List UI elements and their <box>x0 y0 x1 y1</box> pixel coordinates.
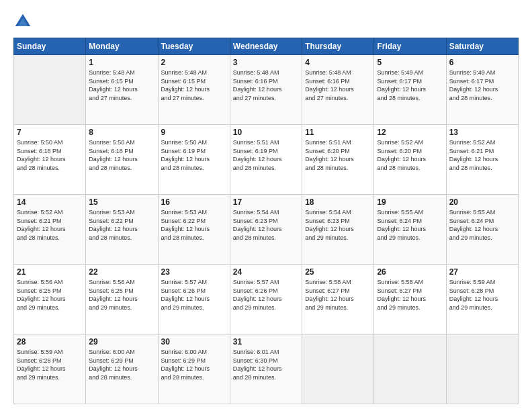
day-number: 22 <box>89 267 154 277</box>
day-number: 14 <box>17 197 83 207</box>
calendar-cell <box>302 334 374 404</box>
col-header-monday: Monday <box>86 38 158 55</box>
calendar-table: SundayMondayTuesdayWednesdayThursdayFrid… <box>13 38 519 404</box>
day-info: Sunrise: 5:56 AM Sunset: 6:25 PM Dayligh… <box>17 278 83 312</box>
day-info: Sunrise: 5:53 AM Sunset: 6:22 PM Dayligh… <box>89 208 154 242</box>
calendar-cell: 21Sunrise: 5:56 AM Sunset: 6:25 PM Dayli… <box>14 265 86 334</box>
col-header-friday: Friday <box>374 38 446 55</box>
calendar-cell: 6Sunrise: 5:49 AM Sunset: 6:17 PM Daylig… <box>446 55 518 125</box>
calendar-cell: 13Sunrise: 5:52 AM Sunset: 6:21 PM Dayli… <box>446 125 518 195</box>
calendar-cell: 29Sunrise: 6:00 AM Sunset: 6:29 PM Dayli… <box>86 334 158 404</box>
day-info: Sunrise: 5:57 AM Sunset: 6:26 PM Dayligh… <box>233 278 299 312</box>
calendar-cell <box>446 334 518 404</box>
day-info: Sunrise: 5:58 AM Sunset: 6:27 PM Dayligh… <box>305 278 371 312</box>
day-number: 23 <box>161 267 227 277</box>
calendar-week-2: 7Sunrise: 5:50 AM Sunset: 6:18 PM Daylig… <box>14 125 519 195</box>
day-number: 24 <box>233 267 299 277</box>
day-number: 31 <box>233 337 299 347</box>
day-number: 6 <box>449 58 515 67</box>
day-number: 10 <box>233 128 299 137</box>
day-number: 9 <box>161 128 227 137</box>
calendar-cell: 11Sunrise: 5:51 AM Sunset: 6:20 PM Dayli… <box>302 125 374 195</box>
day-info: Sunrise: 6:00 AM Sunset: 6:29 PM Dayligh… <box>89 348 154 381</box>
page: SundayMondayTuesdayWednesdayThursdayFrid… <box>0 0 532 411</box>
day-number: 25 <box>305 267 371 277</box>
day-number: 19 <box>377 197 443 207</box>
day-number: 15 <box>89 197 154 207</box>
day-number: 13 <box>449 128 515 137</box>
calendar-cell: 3Sunrise: 5:48 AM Sunset: 6:16 PM Daylig… <box>230 55 302 125</box>
calendar-cell: 22Sunrise: 5:56 AM Sunset: 6:25 PM Dayli… <box>86 265 158 334</box>
day-number: 5 <box>377 58 443 67</box>
day-info: Sunrise: 5:50 AM Sunset: 6:18 PM Dayligh… <box>17 138 83 172</box>
day-info: Sunrise: 5:57 AM Sunset: 6:26 PM Dayligh… <box>161 278 227 312</box>
day-number: 29 <box>89 337 154 347</box>
calendar-cell: 27Sunrise: 5:59 AM Sunset: 6:28 PM Dayli… <box>446 265 518 334</box>
calendar-cell: 7Sunrise: 5:50 AM Sunset: 6:18 PM Daylig… <box>14 125 86 195</box>
header <box>13 12 519 31</box>
col-header-saturday: Saturday <box>446 38 518 55</box>
calendar-week-4: 21Sunrise: 5:56 AM Sunset: 6:25 PM Dayli… <box>14 265 519 334</box>
calendar-cell: 1Sunrise: 5:48 AM Sunset: 6:15 PM Daylig… <box>86 55 158 125</box>
day-info: Sunrise: 5:52 AM Sunset: 6:20 PM Dayligh… <box>377 138 443 172</box>
calendar-cell: 30Sunrise: 6:00 AM Sunset: 6:29 PM Dayli… <box>158 334 230 404</box>
calendar-cell: 31Sunrise: 6:01 AM Sunset: 6:30 PM Dayli… <box>230 334 302 404</box>
day-info: Sunrise: 5:48 AM Sunset: 6:15 PM Dayligh… <box>89 68 154 102</box>
day-number: 17 <box>233 197 299 207</box>
day-number: 11 <box>305 128 371 137</box>
day-info: Sunrise: 5:53 AM Sunset: 6:22 PM Dayligh… <box>161 208 227 242</box>
calendar-cell: 16Sunrise: 5:53 AM Sunset: 6:22 PM Dayli… <box>158 195 230 265</box>
col-header-sunday: Sunday <box>14 38 86 55</box>
col-header-tuesday: Tuesday <box>158 38 230 55</box>
day-info: Sunrise: 5:55 AM Sunset: 6:24 PM Dayligh… <box>377 208 443 242</box>
day-info: Sunrise: 5:49 AM Sunset: 6:17 PM Dayligh… <box>449 68 515 102</box>
calendar-week-3: 14Sunrise: 5:52 AM Sunset: 6:21 PM Dayli… <box>14 195 519 265</box>
day-number: 30 <box>161 337 227 347</box>
day-info: Sunrise: 5:58 AM Sunset: 6:27 PM Dayligh… <box>377 278 443 312</box>
calendar-cell: 23Sunrise: 5:57 AM Sunset: 6:26 PM Dayli… <box>158 265 230 334</box>
day-info: Sunrise: 5:48 AM Sunset: 6:15 PM Dayligh… <box>161 68 227 102</box>
calendar-cell <box>374 334 446 404</box>
day-number: 4 <box>305 58 371 67</box>
day-info: Sunrise: 5:52 AM Sunset: 6:21 PM Dayligh… <box>449 138 515 172</box>
day-info: Sunrise: 5:48 AM Sunset: 6:16 PM Dayligh… <box>305 68 371 102</box>
day-number: 3 <box>233 58 299 67</box>
day-info: Sunrise: 5:59 AM Sunset: 6:28 PM Dayligh… <box>17 348 83 381</box>
logo-icon <box>13 12 32 31</box>
calendar-cell: 28Sunrise: 5:59 AM Sunset: 6:28 PM Dayli… <box>14 334 86 404</box>
day-info: Sunrise: 5:51 AM Sunset: 6:19 PM Dayligh… <box>233 138 299 172</box>
day-number: 1 <box>89 58 154 67</box>
day-info: Sunrise: 5:55 AM Sunset: 6:24 PM Dayligh… <box>449 208 515 242</box>
calendar-cell: 5Sunrise: 5:49 AM Sunset: 6:17 PM Daylig… <box>374 55 446 125</box>
day-number: 27 <box>449 267 515 277</box>
calendar-cell: 19Sunrise: 5:55 AM Sunset: 6:24 PM Dayli… <box>374 195 446 265</box>
calendar-cell: 8Sunrise: 5:50 AM Sunset: 6:18 PM Daylig… <box>86 125 158 195</box>
calendar-header-row: SundayMondayTuesdayWednesdayThursdayFrid… <box>14 38 519 55</box>
logo <box>13 12 34 31</box>
day-info: Sunrise: 5:50 AM Sunset: 6:18 PM Dayligh… <box>89 138 154 172</box>
day-number: 2 <box>161 58 227 67</box>
day-number: 26 <box>377 267 443 277</box>
day-info: Sunrise: 5:51 AM Sunset: 6:20 PM Dayligh… <box>305 138 371 172</box>
day-info: Sunrise: 5:49 AM Sunset: 6:17 PM Dayligh… <box>377 68 443 102</box>
calendar-cell: 2Sunrise: 5:48 AM Sunset: 6:15 PM Daylig… <box>158 55 230 125</box>
day-info: Sunrise: 5:54 AM Sunset: 6:23 PM Dayligh… <box>305 208 371 242</box>
calendar-cell: 20Sunrise: 5:55 AM Sunset: 6:24 PM Dayli… <box>446 195 518 265</box>
day-info: Sunrise: 6:01 AM Sunset: 6:30 PM Dayligh… <box>233 348 299 381</box>
day-info: Sunrise: 5:54 AM Sunset: 6:23 PM Dayligh… <box>233 208 299 242</box>
calendar-cell: 9Sunrise: 5:50 AM Sunset: 6:19 PM Daylig… <box>158 125 230 195</box>
calendar-cell: 26Sunrise: 5:58 AM Sunset: 6:27 PM Dayli… <box>374 265 446 334</box>
calendar-cell <box>14 55 86 125</box>
day-info: Sunrise: 5:52 AM Sunset: 6:21 PM Dayligh… <box>17 208 83 242</box>
calendar-cell: 14Sunrise: 5:52 AM Sunset: 6:21 PM Dayli… <box>14 195 86 265</box>
calendar-cell: 17Sunrise: 5:54 AM Sunset: 6:23 PM Dayli… <box>230 195 302 265</box>
day-number: 28 <box>17 337 83 347</box>
calendar-cell: 18Sunrise: 5:54 AM Sunset: 6:23 PM Dayli… <box>302 195 374 265</box>
day-info: Sunrise: 5:59 AM Sunset: 6:28 PM Dayligh… <box>449 278 515 312</box>
day-number: 16 <box>161 197 227 207</box>
calendar-cell: 10Sunrise: 5:51 AM Sunset: 6:19 PM Dayli… <box>230 125 302 195</box>
day-number: 18 <box>305 197 371 207</box>
day-info: Sunrise: 5:56 AM Sunset: 6:25 PM Dayligh… <box>89 278 154 312</box>
calendar-cell: 4Sunrise: 5:48 AM Sunset: 6:16 PM Daylig… <box>302 55 374 125</box>
calendar-cell: 15Sunrise: 5:53 AM Sunset: 6:22 PM Dayli… <box>86 195 158 265</box>
